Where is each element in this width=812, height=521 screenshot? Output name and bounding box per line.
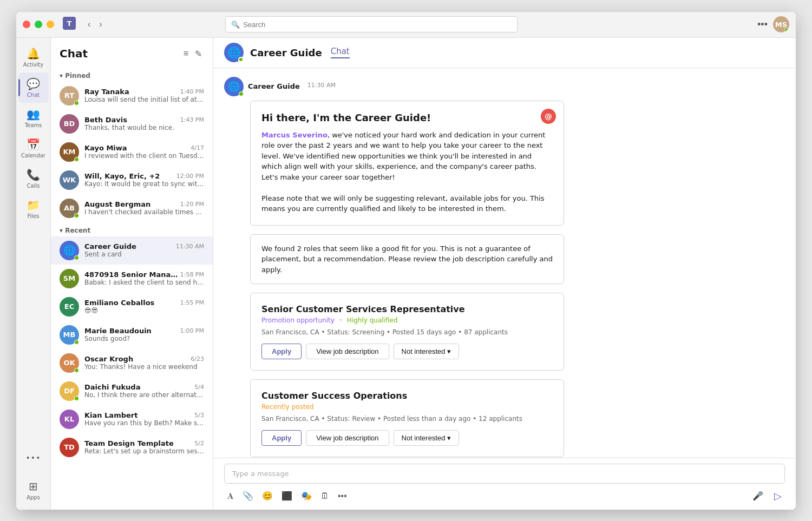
job1-meta: San Francisco, CA • Status: Screening • … [261,328,553,336]
job1-tags: Promotion opportunity • Highly qualified [261,316,553,324]
chat-item-august-bergman[interactable]: AB August Bergman 1:20 PM I haven't chec… [51,194,213,222]
chat-item-oscar[interactable]: OK Oscar Krogh 6/23 You: Thanks! Have a … [51,349,213,377]
pinned-section-header[interactable]: ▾ Pinned [51,68,213,82]
chat-name: Ray Tanaka [84,88,129,96]
chat-item-kian[interactable]: KL Kian Lambert 5/3 Have you ran this by… [51,405,213,433]
chat-name-row: Will, Kayo, Eric, +2 12:00 PM [84,172,204,180]
compose-input[interactable]: Type a message [224,464,785,484]
chat-preview: Sounds good? [84,335,204,342]
chat-preview: Have you ran this by Beth? Make sure she… [84,419,204,427]
more-options-button[interactable]: ••• [757,19,768,30]
close-button[interactable]: × [23,21,30,28]
chat-info: Kian Lambert 5/3 Have you ran this by Be… [84,411,204,427]
chat-item-career-guide[interactable]: 🌐 Career Guide 11:30 AM Sent a card [51,236,213,265]
filter-button[interactable]: ≡ [181,47,191,61]
chat-item-beth-davis[interactable]: BD Beth Davis 1:43 PM Thanks, that would… [51,110,213,138]
job1-card: Senior Customer Services Representative … [250,293,564,371]
header-status-dot [238,57,244,62]
chat-item-ray-tanaka[interactable]: RT Ray Tanaka 1:40 PM Louisa will send t… [51,82,213,110]
more-actions-button[interactable]: ••• [335,489,350,503]
chat-time: 1:58 PM [180,271,204,278]
schedule-button[interactable]: 🗓 [317,489,332,503]
dictate-button[interactable]: 🎤 [749,488,767,504]
job2-view-button[interactable]: View job description [306,430,389,446]
giphy-button[interactable]: ⬛ [278,489,296,503]
chat-item-senior-manager[interactable]: SM 4870918 Senior Manager... 1:58 PM Bab… [51,265,213,293]
chat-name: Team Design Template [84,439,174,447]
job2-not-interested-button[interactable]: Not interested ▾ [394,430,460,446]
job2-apply-button[interactable]: Apply [261,430,302,446]
maximize-button[interactable]: □ [35,21,42,28]
calls-icon: 📞 [27,168,40,181]
greeting-card-title: Hi there, I'm the Career Guide! [261,112,553,123]
sidebar: Chat ≡ ✎ ▾ Pinned RT [51,38,213,510]
greeting-card-body: Marcus Severino, we've noticed your hard… [261,130,553,214]
chat-item-group[interactable]: WK Will, Kayo, Eric, +2 12:00 PM Kayo: I… [51,166,213,194]
rail-item-teams[interactable]: 👥 Teams [18,103,49,133]
chat-item-emiliano[interactable]: EC Emiliano Ceballos 1:55 PM 😎😎 [51,293,213,321]
chat-item-team-design[interactable]: TD Team Design Template 5/2 Reta: Let's … [51,433,213,461]
chat-info: Team Design Template 5/2 Reta: Let's set… [84,439,204,455]
greeting-card: @ Hi there, I'm the Career Guide! Marcus… [250,101,564,226]
rail-item-chat[interactable]: 💬 Chat [18,72,49,103]
chat-item-daichi[interactable]: DF Daichi Fukuda 5/4 No, I think there a… [51,377,213,405]
search-bar[interactable]: 🔍 [225,16,518,32]
forward-button[interactable]: › [96,17,105,31]
job1-actions: Apply View job description Not intereste… [261,344,553,359]
attach-button[interactable]: 📎 [239,489,257,503]
rail-label-files: Files [28,213,40,219]
avatar-beth-davis: BD [60,114,79,134]
rail-item-activity[interactable]: 🔔 Activity [18,42,49,72]
avatar-kayo-miwa: KM [60,142,79,162]
rail-item-calls[interactable]: 📞 Calls [18,163,49,194]
job1-title: Senior Customer Services Representative [261,304,553,314]
chat-preview: Babak: I asked the client to send her fe… [84,279,204,286]
job2-card: Customer Success Operations Recently pos… [250,379,564,457]
avatar-daichi: DF [60,381,79,401]
chat-time: 12:00 PM [176,173,204,180]
rail-label-apps: Apps [27,494,40,500]
chat-info: Oscar Krogh 6/23 You: Thanks! Have a nic… [84,355,204,371]
chat-time: 1:43 PM [180,116,204,123]
minimize-button[interactable]: − [47,21,54,28]
job1-not-interested-label: Not interested [402,347,446,355]
chat-item-marie[interactable]: MB Marie Beaudouin 1:00 PM Sounds good? [51,321,213,349]
chat-preview: You: Thanks! Have a nice weekend [84,363,204,371]
job2-card-container: Customer Success Operations Recently pos… [250,379,785,457]
new-chat-button[interactable]: ✎ [193,47,204,61]
format-button[interactable]: 𝐀 [224,489,237,503]
sticker-button[interactable]: 🎭 [298,489,315,503]
job1-view-button[interactable]: View job description [306,344,389,359]
chat-area: 🌐 Career Guide Chat 🌐 Career Guide 11:30… [213,38,796,510]
chevron-down-icon: ▾ [447,434,451,442]
send-button[interactable]: ▷ [771,488,785,504]
window-controls: × □ − [23,21,54,28]
chat-info: Emiliano Ceballos 1:55 PM 😎😎 [84,299,204,314]
chat-item-kayo-miwa[interactable]: KM Kayo Miwa 4/17 I reviewed with the cl… [51,138,213,166]
chat-header-name: Career Guide [250,47,322,58]
rail-item-more[interactable]: ••• [18,443,49,473]
message-sender-row: 🌐 Career Guide 11:30 AM [224,77,785,96]
chat-header-avatar: 🌐 [224,43,244,62]
chat-name: Will, Kayo, Eric, +2 [84,172,160,180]
nav-arrows: ‹ › [84,17,106,31]
search-input[interactable] [243,21,512,29]
teams-logo: T [63,17,76,32]
chat-info: Marie Beaudouin 1:00 PM Sounds good? [84,327,204,342]
chat-info: Career Guide 11:30 AM Sent a card [84,242,204,258]
emoji-button[interactable]: 😊 [259,489,276,503]
roles-bold: 2 roles [297,245,321,253]
rail-item-files[interactable]: 📁 Files [18,194,49,224]
job1-apply-button[interactable]: Apply [261,344,302,359]
rail-label-teams: Teams [25,122,42,128]
compose-area: Type a message 𝐀 📎 😊 ⬛ 🎭 🗓 ••• 🎤 ▷ [213,458,796,510]
job1-not-interested-button[interactable]: Not interested ▾ [394,344,460,359]
back-button[interactable]: ‹ [84,17,94,31]
rail-item-calendar[interactable]: 📅 Calendar [18,133,49,163]
recent-section-header[interactable]: ▾ Recent [51,222,213,236]
status-dot [784,28,789,32]
online-dot [74,213,79,218]
rail-item-apps[interactable]: ⊞ Apps [18,475,49,505]
chat-header-tab[interactable]: Chat [331,47,350,58]
recent-label: ▾ Recent [60,227,90,234]
